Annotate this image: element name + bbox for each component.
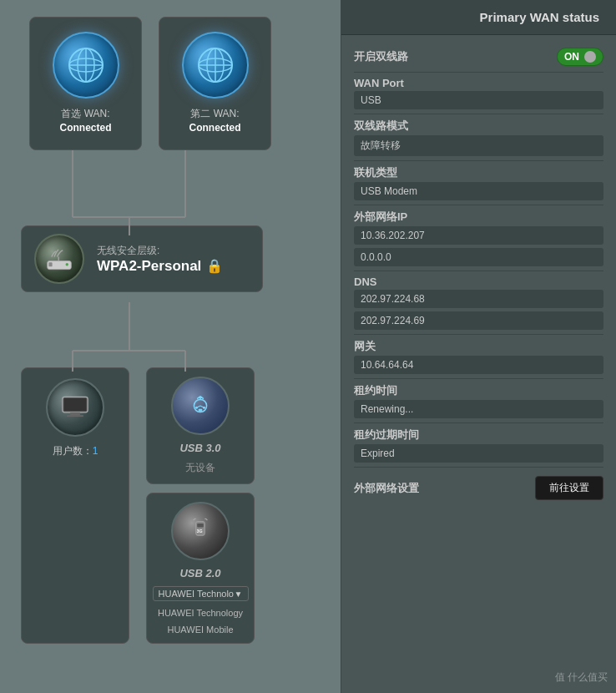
router-info: 无线安全层级: WPA2-Personal 🔒 [97,244,223,275]
dns-group: DNS 202.97.224.68 202.97.224.69 [354,271,603,335]
router-title: WPA2-Personal 🔒 [97,258,223,275]
conn-type-group: 联机类型 USB Modem [354,161,603,205]
ext-ip-1: 10.36.202.207 [354,226,603,245]
wan1-card[interactable]: 首选 WAN: Connected [29,17,142,150]
gateway-label: 网关 [354,339,603,354]
ext-ip-group: 外部网络IP 10.36.202.207 0.0.0.0 [354,205,603,271]
wan-row: 首选 WAN: Connected 第二 WAN: Connected [13,17,330,150]
lease-expire-group: 租约过期时间 Expired [354,423,603,468]
right-panel: Primary WAN status 开启双线路 ON WAN Port USB… [341,0,616,693]
wan1-label: 首选 WAN: Connected [59,107,111,135]
dual-wan-row: 开启双线路 ON [354,42,603,73]
usb-column: USB 3.0 无设备 3G USB 2.0 HUA [146,367,255,644]
ext-settings-label: 外部网络设置 [354,481,419,496]
dual-mode-label: 双线路模式 [354,119,603,134]
router-icon [34,234,84,284]
router-subtitle: 无线安全层级: [97,244,223,258]
usb3-card[interactable]: USB 3.0 无设备 [146,367,255,484]
usb3-label: USB 3.0 [179,442,220,454]
huawei-dropdown[interactable]: HUAWEI Technolo... ▼ [153,586,249,601]
gateway-value: 10.64.64.64 [354,356,603,374]
svg-rect-33 [197,524,204,528]
dropdown-arrow-icon: ▼ [235,589,243,599]
ext-settings-row: 外部网络设置 前往设置 [354,468,603,506]
usb3-icon [171,377,230,435]
lease-time-group: 租约时间 Renewing... [354,379,603,423]
lease-expire-label: 租约过期时间 [354,427,603,443]
usb3-status: 无设备 [185,461,215,475]
wan2-icon [182,32,249,99]
ext-ip-label: 外部网络IP [354,210,603,225]
svg-rect-25 [67,415,83,417]
wan-port-group: WAN Port USB [354,73,603,114]
lease-time-value: Renewing... [354,400,603,418]
goto-settings-button[interactable]: 前往设置 [535,476,603,500]
dual-mode-value: 故障转移 [354,135,603,156]
panel-header: Primary WAN status [341,0,616,35]
usb2-label: USB 2.0 [179,567,220,579]
dns-1: 202.97.224.68 [354,290,603,308]
bottom-row: 用户数：1 USB 3 [21,367,330,644]
dns-label: DNS [354,276,603,288]
huawei-desc2: HUAWEI Mobile [167,625,233,635]
dns-2: 202.97.224.69 [354,311,603,330]
lease-time-label: 租约时间 [354,383,603,398]
ext-ip-2: 0.0.0.0 [354,248,603,266]
dual-wan-toggle[interactable]: ON [557,48,603,66]
watermark: 值 什么值买 [555,670,608,685]
wan-port-label: WAN Port [354,77,603,89]
svg-rect-24 [70,412,80,415]
wan1-icon [53,32,119,99]
gateway-group: 网关 10.64.64.64 [354,335,603,379]
svg-rect-23 [64,398,87,411]
user-device-icon [46,378,104,437]
left-panel: 首选 WAN: Connected 第二 WAN: Connected [0,0,342,693]
dual-wan-label: 开启双线路 [354,49,408,64]
svg-text:3G: 3G [196,529,202,534]
panel-body: 开启双线路 ON WAN Port USB 双线路模式 故障转移 联机类型 US… [341,35,616,513]
lease-expire-value: Expired [354,444,603,463]
huawei-desc1: HUAWEI Technology [158,608,243,618]
svg-rect-31 [199,409,203,412]
user-device-label: 用户数：1 [53,443,98,458]
conn-type-value: USB Modem [354,182,603,200]
wan2-card[interactable]: 第二 WAN: Connected [159,17,271,150]
wan2-label: 第二 WAN: Connected [189,107,240,135]
conn-type-label: 联机类型 [354,165,603,180]
router-card[interactable]: 无线安全层级: WPA2-Personal 🔒 [21,225,263,292]
lock-icon: 🔒 [206,258,223,274]
usb2-card[interactable]: 3G USB 2.0 HUAWEI Technolo... ▼ HUAWEI T… [146,493,255,644]
svg-rect-19 [48,262,52,266]
dual-mode-group: 双线路模式 故障转移 [354,114,603,161]
user-device-card[interactable]: 用户数：1 [21,367,129,644]
panel-title: Primary WAN status [358,10,599,24]
svg-point-20 [66,263,68,266]
usb2-icon: 3G [171,502,230,560]
wan-port-value: USB [354,91,603,109]
